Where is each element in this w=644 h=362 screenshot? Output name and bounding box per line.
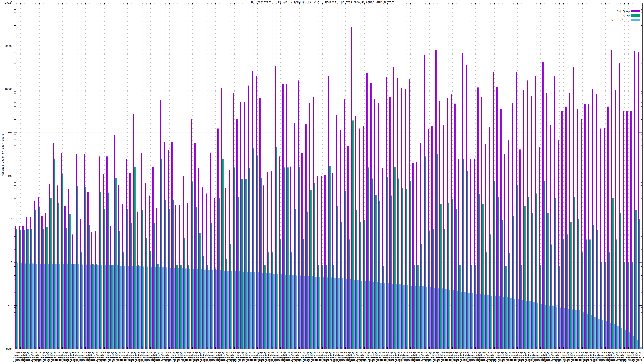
bar-spam (540, 266, 541, 349)
bar-score (17, 264, 18, 349)
bar-not-spam (489, 127, 490, 349)
bar-spam (158, 265, 158, 349)
bar-not-spam (22, 226, 24, 349)
bar-spam (257, 155, 258, 349)
bar-not-spam (38, 197, 39, 349)
bar-score (636, 340, 638, 349)
bar-not-spam (592, 89, 593, 349)
bar-score (625, 330, 626, 349)
bar-spam (272, 252, 273, 349)
bar-not-spam (477, 87, 478, 349)
bar-score (346, 279, 347, 349)
bar-spam (196, 207, 197, 349)
bar-not-spam (160, 100, 161, 349)
bar-spam (54, 159, 55, 349)
bar-score (380, 283, 382, 349)
bar-spam (360, 222, 361, 349)
bar-score (262, 273, 263, 349)
bar-spam (509, 253, 510, 349)
bar-not-spam (405, 89, 406, 349)
bar-spam (211, 223, 212, 349)
bar-score (422, 286, 424, 349)
bar-spam (597, 230, 598, 349)
bar-spam (348, 239, 350, 349)
bar-spam (238, 197, 239, 349)
bar-spam (482, 204, 484, 349)
bar-not-spam (244, 102, 245, 349)
bar-spam (505, 266, 506, 349)
bar-spam (433, 229, 434, 349)
bar-score (614, 324, 615, 349)
bar-score (254, 272, 256, 349)
bar-score (548, 306, 550, 349)
bar-score (610, 323, 611, 349)
bar-score (361, 281, 362, 349)
bar-not-spam (206, 193, 207, 349)
bar-spam (494, 181, 495, 349)
bar-spam (605, 263, 606, 349)
bar-spam (456, 209, 457, 349)
bar-score (484, 295, 485, 349)
bar-spam (150, 251, 151, 349)
bar-not-spam (248, 86, 249, 349)
bar-spam (165, 200, 166, 349)
bar-not-spam (320, 176, 322, 349)
bar-spam (406, 189, 407, 349)
bar-score (78, 265, 80, 349)
bar-not-spam (546, 93, 548, 349)
bar-score (292, 275, 294, 349)
bar-spam (173, 200, 174, 349)
bar-score (216, 270, 217, 349)
bar-spam (85, 187, 86, 349)
bar-score (506, 298, 508, 349)
bar-not-spam (133, 114, 134, 349)
bar-spam (471, 266, 472, 349)
bar-spam (39, 207, 40, 349)
bar-spam (284, 167, 285, 349)
bar-spam (544, 181, 545, 349)
bar-not-spam (454, 104, 456, 349)
bar-score (231, 271, 232, 349)
bar-not-spam (214, 198, 215, 349)
bar-not-spam (172, 142, 173, 349)
bar-score (640, 347, 642, 349)
bar-score (530, 302, 531, 349)
bar-not-spam (439, 100, 440, 349)
bar-not-spam (366, 73, 368, 349)
bar-not-spam (374, 98, 375, 349)
bar-not-spam (615, 90, 616, 349)
bar-spam (264, 266, 266, 349)
bar-not-spam (432, 126, 433, 349)
bar-spam (620, 213, 621, 349)
bar-score (621, 328, 622, 349)
bar-score (170, 268, 171, 349)
bar-score (296, 276, 298, 349)
bar-score (633, 336, 634, 349)
bar-spam (314, 183, 315, 349)
legend-row-spam: Spam (610, 13, 640, 18)
bar-not-spam (340, 130, 341, 349)
bar-spam (215, 269, 216, 349)
bar-spam (58, 203, 59, 349)
bar-score (541, 304, 542, 349)
bar-spam (188, 266, 189, 349)
bar-not-spam (562, 111, 563, 349)
bar-spam (391, 196, 392, 349)
bar-score (514, 299, 516, 349)
bar-spam (632, 263, 633, 349)
bar-score (453, 290, 454, 349)
chart-title: RBL Statistics - Fri Sep 15 12:58:06 EDT… (0, 0, 644, 3)
rbl-statistics-page: 1x1061000001000010001001010.10.0110@zen.… (0, 0, 644, 362)
y-tick-label: 0.01 (6, 347, 12, 350)
bar-score (239, 271, 240, 349)
bar-not-spam (260, 98, 260, 349)
bar-not-spam (240, 102, 242, 349)
bar-not-spam (527, 80, 528, 349)
chart-canvas: 1x1061000001000010001001010.10.0110@zen.… (0, 0, 644, 362)
legend-row-not-spam: Not Spam (610, 9, 640, 13)
bar-not-spam (309, 103, 310, 349)
bar-not-spam (122, 204, 123, 349)
bar-score (445, 289, 446, 349)
bar-not-spam (175, 205, 176, 349)
bar-score (315, 277, 316, 349)
